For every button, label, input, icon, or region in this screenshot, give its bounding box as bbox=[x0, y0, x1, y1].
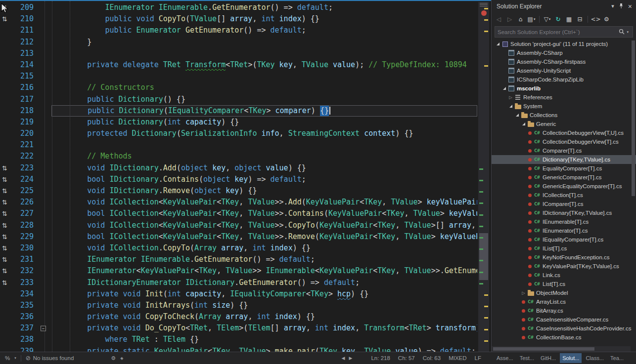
tree-item[interactable]: C#CollectionBase.cs bbox=[492, 333, 636, 342]
code-line[interactable]: ⇅232 IEnumerator<KeyValuePair<TKey, TVal… bbox=[0, 265, 477, 277]
collapse-region-icon[interactable]: − bbox=[41, 325, 46, 331]
tree-item[interactable]: C#BitArray.cs bbox=[492, 306, 636, 315]
code-line[interactable]: 220 protected Dictionary(SerializationIn… bbox=[0, 128, 477, 139]
code-text[interactable]: bool ICollection<KeyValuePair<TKey, TVal… bbox=[51, 231, 477, 243]
code-line[interactable]: ⇅228 void ICollection<KeyValuePair<TKey,… bbox=[0, 220, 477, 231]
tree-item[interactable]: C#Comparer[T].cs bbox=[492, 146, 636, 155]
inheritance-margin-icon[interactable]: ⇅ bbox=[0, 185, 14, 197]
tool-window-tab[interactable]: Solut... bbox=[560, 353, 582, 363]
panel-vertical-scrollbar[interactable] bbox=[631, 40, 636, 346]
view-code-button[interactable]: <> bbox=[591, 14, 601, 24]
inheritance-margin-icon[interactable]: ⇅ bbox=[0, 13, 14, 25]
code-text[interactable]: public Enumerator GetEnumerator() => def… bbox=[51, 25, 477, 36]
properties-button[interactable]: ⚙ bbox=[601, 14, 612, 24]
tool-window-tab[interactable]: Tea... bbox=[608, 353, 626, 363]
tool-window-tab[interactable]: Asse... bbox=[494, 353, 516, 363]
code-line[interactable]: ⇅227 bool ICollection<KeyValuePair<TKey,… bbox=[0, 208, 477, 219]
tree-item[interactable]: C#KeyNotFoundException.cs bbox=[492, 253, 636, 262]
code-text[interactable]: IEnumerator<KeyValuePair<TKey, TValue>> … bbox=[51, 265, 477, 277]
forward-button[interactable]: ▷ bbox=[504, 14, 515, 24]
filter-button[interactable]: ▽▾ bbox=[542, 14, 552, 24]
tree-item[interactable]: C#IEnumerable[T].cs bbox=[492, 217, 636, 226]
code-text[interactable]: public Dictionary() {} bbox=[51, 94, 477, 105]
expand-arrow-icon[interactable]: ▷ bbox=[507, 95, 514, 100]
code-line[interactable]: ⇅225 void IDictionary.Remove(object key)… bbox=[0, 185, 477, 197]
code-text[interactable]: void ICollection<KeyValuePair<TKey, TVal… bbox=[51, 197, 477, 208]
inheritance-margin-icon[interactable]: ⇅ bbox=[0, 220, 14, 231]
code-line[interactable]: ⇅223 void IDictionary.Add(object key, ob… bbox=[0, 162, 477, 174]
search-box[interactable]: ▾ bbox=[495, 26, 633, 38]
code-text[interactable]: bool ICollection<KeyValuePair<TKey, TVal… bbox=[51, 208, 477, 219]
code-line[interactable]: 216 // Constructors bbox=[0, 82, 477, 93]
pin-icon[interactable] bbox=[619, 3, 624, 10]
tree-item[interactable]: C#IEnumerator[T].cs bbox=[492, 226, 636, 235]
code-line[interactable]: ⇅210 public void CopyTo(TValue[] array, … bbox=[0, 13, 477, 25]
nav-forward-icon[interactable]: ▶ bbox=[349, 356, 353, 361]
code-text[interactable]: IEnumerator IEnumerable.GetEnumerator() … bbox=[51, 254, 477, 265]
line-indicator[interactable]: Ln: 218 bbox=[371, 355, 390, 361]
code-line[interactable]: ⇅226 void ICollection<KeyValuePair<TKey,… bbox=[0, 197, 477, 208]
code-text[interactable]: protected Dictionary(SerializationInfo i… bbox=[51, 128, 477, 139]
inheritance-margin-icon[interactable]: ⇅ bbox=[0, 174, 14, 185]
code-line[interactable]: 237− private void Do_CopyTo<TRet, TElem>… bbox=[0, 323, 477, 334]
code-line[interactable]: 238 where TRet : TElem {} bbox=[0, 334, 477, 345]
inheritance-margin-icon[interactable]: ⇅ bbox=[0, 208, 14, 219]
code-text[interactable]: public Dictionary(IEqualityComparer<TKey… bbox=[51, 105, 477, 117]
code-text[interactable]: private delegate TRet Transform<TRet>(TK… bbox=[51, 59, 477, 71]
code-line[interactable]: 212 } bbox=[0, 37, 477, 48]
tree-item[interactable]: Assembly-CSharp bbox=[492, 48, 636, 57]
code-line[interactable]: ⇅229 bool ICollection<KeyValuePair<TKey,… bbox=[0, 231, 477, 243]
inheritance-margin-icon[interactable]: ⇅ bbox=[0, 254, 14, 265]
window-position-icon[interactable]: ▾ bbox=[611, 3, 614, 9]
code-text[interactable] bbox=[51, 48, 477, 59]
tree-item[interactable]: C#CaseInsensitiveComparer.cs bbox=[492, 315, 636, 324]
code-text[interactable] bbox=[51, 71, 477, 82]
code-line[interactable]: 218 public Dictionary(IEqualityComparer<… bbox=[0, 105, 477, 117]
tree-item[interactable]: C#GenericComparer[T].cs bbox=[492, 173, 636, 182]
tree-item[interactable]: Assembly-UnityScript bbox=[492, 66, 636, 75]
tree-item[interactable]: C#CollectionDebuggerView[T,U].cs bbox=[492, 128, 636, 137]
code-text[interactable]: private static KeyValuePair<TKey, TValue… bbox=[51, 346, 477, 352]
code-text[interactable]: private void InitArrays(int size) {} bbox=[51, 300, 477, 311]
tree-item[interactable]: ▷ObjectModel bbox=[492, 288, 636, 297]
code-text[interactable]: private void Init(int capacity, IEqualit… bbox=[51, 288, 477, 300]
tree-item[interactable]: Solution 'project-gui' (11 of 11 project… bbox=[492, 40, 636, 48]
search-options-caret-icon[interactable]: ▾ bbox=[627, 30, 629, 34]
code-text[interactable]: IDictionaryEnumerator IDictionary.GetEnu… bbox=[51, 277, 477, 288]
tree-item[interactable]: C#IEqualityComparer[T].cs bbox=[492, 235, 636, 244]
show-all-files-button[interactable]: ▦ bbox=[564, 14, 574, 24]
tree-item[interactable]: C#Link.cs bbox=[492, 271, 636, 280]
code-text[interactable]: bool IDictionary.Contains(object key) =>… bbox=[51, 174, 477, 185]
editor-vertical-scrollbar[interactable] bbox=[478, 2, 489, 352]
code-line[interactable]: 211 public Enumerator GetEnumerator() =>… bbox=[0, 25, 477, 36]
dropdown-caret-icon[interactable]: ▾ bbox=[14, 356, 16, 360]
code-text[interactable]: private void CopyToCheck(Array array, in… bbox=[51, 311, 477, 323]
tree-item[interactable]: Assembly-CSharp-firstpass bbox=[492, 57, 636, 66]
collapse-arrow-icon[interactable] bbox=[501, 87, 507, 90]
code-line[interactable]: 221 bbox=[0, 139, 477, 151]
sync-with-active-document-button[interactable]: ↻ bbox=[553, 14, 563, 24]
column-indicator[interactable]: Col: 63 bbox=[423, 355, 441, 361]
code-line[interactable]: ⇅224 bool IDictionary.Contains(object ke… bbox=[0, 174, 477, 185]
home-button[interactable]: ⌂ bbox=[515, 14, 526, 24]
code-line[interactable]: ⇅231 IEnumerator IEnumerable.GetEnumerat… bbox=[0, 254, 477, 265]
code-text[interactable]: void IDictionary.Remove(object key) {} bbox=[51, 185, 477, 197]
tree-item[interactable]: ▷References bbox=[492, 93, 636, 102]
code-line[interactable]: 234 private void Init(int capacity, IEqu… bbox=[0, 288, 477, 300]
file-health-indicator[interactable] bbox=[481, 10, 487, 16]
code-text[interactable]: IEnumerator IEnumerable.GetEnumerator() … bbox=[51, 2, 477, 13]
expand-arrow-icon[interactable]: ▷ bbox=[520, 290, 527, 295]
zoom-indicator[interactable]: % bbox=[5, 355, 10, 361]
code-line[interactable]: ⇅233 IDictionaryEnumerator IDictionary.G… bbox=[0, 277, 477, 288]
code-text[interactable]: void IDictionary.Add(object key, object … bbox=[51, 162, 477, 174]
code-text[interactable] bbox=[51, 139, 477, 151]
inheritance-margin-icon[interactable]: ⇅ bbox=[0, 197, 14, 208]
code-line[interactable]: 213 bbox=[0, 48, 477, 59]
char-indicator[interactable]: Ch: 57 bbox=[398, 355, 415, 361]
back-button[interactable]: ◁ bbox=[494, 14, 504, 24]
code-text[interactable]: public Dictionary(int capacity) {} bbox=[51, 117, 477, 128]
encoding-indicator[interactable]: MIXED bbox=[449, 355, 466, 361]
code-text[interactable]: } bbox=[51, 37, 477, 48]
tree-item[interactable]: C#CaseInsensitiveHashCodeProvider.cs bbox=[492, 324, 636, 333]
tool-window-tab[interactable]: GitH... bbox=[538, 353, 558, 363]
